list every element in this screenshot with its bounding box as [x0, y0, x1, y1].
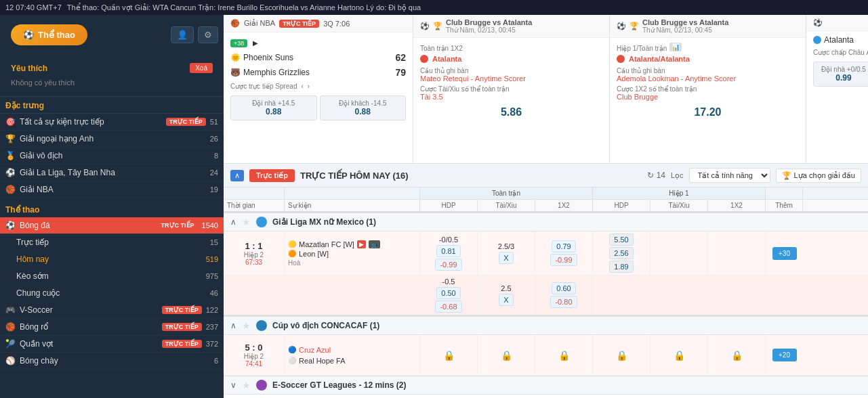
nba-card-body: +38 ▶ 🌞 Phoenix Suns 62 🐻 Memphis G [224, 32, 413, 163]
content-area: 🏀 Giải NBA TRỰC TIẾP 3Q 7:06 +38 ▶ 🌞 Pho… [224, 15, 868, 398]
col-event-header [285, 187, 420, 199]
concacaf-star-btn[interactable]: ★ [242, 320, 251, 331]
h1-hdp-btn-2[interactable]: 2.56 [609, 247, 633, 259]
sports-button[interactable]: ⚽ Thể thao [11, 24, 87, 45]
lock-icon-1: 🔒 [443, 350, 455, 361]
spread-prev-btn[interactable]: ‹ [301, 83, 303, 90]
row2-taixiu-btn[interactable]: X [499, 294, 513, 306]
hdp-btn-2[interactable]: -0.99 [435, 259, 461, 271]
liga-mx-row2-teams [285, 275, 420, 315]
brugge-card-1-body: Toàn trận 1X2 Atalanta Cầu thủ ghi bàn M… [413, 38, 609, 163]
filter-area: Lọc Tất cả tính năng 🏆 Lựa chọn giải đấu [671, 168, 861, 183]
sub-empty [803, 200, 840, 211]
ucl-icon-2: ⚽ [617, 22, 626, 30]
trophy-icon: 🏆 [782, 171, 791, 180]
liga-mx-star-btn[interactable]: ★ [242, 217, 251, 227]
concacaf-hdp-1: 🔒 [420, 335, 478, 375]
league-row-concacaf: ∧ ★ Cúp vô địch CONCACAF (1) [224, 316, 868, 335]
partial-bet-btn[interactable]: Đội nhà +0/0.5 0.99 [813, 62, 868, 87]
sidebar-sub-truc-tiep[interactable]: Trực tiếp 15 [0, 234, 224, 251]
nba-bet-row: Đội nhà +14.5 0.88 Đội khách -14.5 0.88 [230, 95, 406, 120]
esoccer-star-btn[interactable]: ★ [242, 380, 251, 391]
team2-row: 🐻 Memphis Grizzlies 79 [230, 65, 406, 80]
bet-home-btn[interactable]: Đội nhà +14.5 0.88 [230, 95, 317, 120]
row2-1x2-btn-2[interactable]: -0.80 [550, 296, 577, 308]
liga-mx-more-btn[interactable]: +30 [772, 247, 797, 260]
concacaf-match-row: 5 : 0 Hiệp 2 74:41 🔵 Cruz Azul ⚪ Real Ho… [224, 335, 868, 376]
spread-next-btn[interactable]: › [308, 83, 310, 90]
lock-icon-2: 🔒 [501, 350, 512, 361]
sidebar-item-laliga[interactable]: ⚽ Giải La Liga, Tây Ban Nha 24 [0, 164, 224, 181]
row2-hdp-btn-1[interactable]: 0.50 [436, 287, 460, 299]
championship-icon: 🏅 [5, 151, 16, 160]
video-icon: ▶ [357, 240, 366, 248]
row2-1x2-btn-1[interactable]: 0.60 [552, 282, 575, 294]
liga-mx-match-row2: -0.5 0.50 -0.68 2.5 X 0.60 [224, 275, 868, 316]
col-them-header [766, 187, 803, 199]
nba-featured-card: 🏀 Giải NBA TRỰC TIẾP 3Q 7:06 +38 ▶ 🌞 Pho… [224, 15, 413, 163]
sidebar-item-bongro[interactable]: 🏀 Bóng rổ TRỰC TIẾP 237 [0, 319, 224, 336]
the-thao-title: Thể thao [0, 201, 224, 217]
brugge-card-2: ⚽ 🏆 Club Brugge vs Atalanta Thứ Năm, 02/… [610, 15, 806, 163]
filter-select[interactable]: Tất cả tính năng [689, 168, 770, 183]
team1-row: 🌞 Phoenix Suns 62 [230, 50, 406, 65]
taixiu-btn-1[interactable]: X [499, 252, 513, 264]
sidebar-sub-chung-cuoc[interactable]: Chung cuộc 46 [0, 285, 224, 302]
h1-hdp-btn-3[interactable]: 1.89 [609, 261, 633, 273]
sidebar-item-championship[interactable]: 🏅 Giải vô địch 8 [0, 148, 224, 164]
featured-strip: 🏀 Giải NBA TRỰC TIẾP 3Q 7:06 +38 ▶ 🌞 Pho… [224, 15, 868, 164]
concacaf-collapse-btn[interactable]: ∧ [230, 321, 236, 330]
brugge-card-1: ⚽ 🏆 Club Brugge vs Atalanta Thứ Năm, 02/… [413, 15, 610, 163]
timer-badge: +38 [230, 39, 247, 47]
sidebar-item-vsoccer[interactable]: 🎮 V-Soccer TRỰC TIẾP 122 [0, 302, 224, 319]
liga-mx-hiep1-taixiu-cell [650, 231, 708, 275]
sidebar-sub-keo-som[interactable]: Kèo sớm 975 [0, 268, 224, 285]
sub-taixiu1: Tài/Xiu [478, 200, 535, 211]
1x2-btn-2[interactable]: -0.99 [550, 254, 577, 266]
lock-icon-3: 🔒 [558, 350, 570, 361]
sidebar-item-quanvot[interactable]: 🎾 Quần vợt TRỰC TIẾP 372 [0, 336, 224, 353]
row2-hdp-btn-2[interactable]: -0.68 [435, 301, 461, 313]
esoccer-expand-btn[interactable]: ∨ [230, 380, 236, 390]
odds-display-2: 17.20 [617, 101, 799, 124]
sports-icon: ⚽ [23, 30, 34, 40]
sidebar: ⚽ Thể thao 👤 ⚙ Yêu thích Xoá Không có yê… [0, 15, 224, 398]
liga-mx-1x2-cell: 0.79 -0.99 [535, 231, 593, 275]
sidebar-item-nba[interactable]: 🏀 Giải NBA 19 [0, 181, 224, 198]
premier-icon: 🏆 [5, 134, 16, 143]
nav-up-button[interactable]: ∧ [230, 170, 244, 181]
bet-away-btn[interactable]: Đội khách -14.5 0.88 [320, 95, 407, 120]
sidebar-user-icon[interactable]: 👤 [171, 26, 194, 43]
sidebar-item-bongchay[interactable]: ⚾ Bóng chày 6 [0, 353, 224, 370]
live-title: TRỰC TIẾP HÔM NAY (16) [300, 171, 409, 181]
suns-icon: 🌞 [230, 53, 241, 62]
concacaf-more-btn[interactable]: +20 [772, 349, 797, 361]
sidebar-item-bongda[interactable]: ⚽ Bóng đá TRỰC TIẾP 1540 [0, 217, 224, 234]
h1-hdp-btn-1[interactable]: 5.50 [609, 234, 633, 246]
liga-mx-collapse-btn[interactable]: ∧ [230, 217, 236, 227]
hdp-btn-1[interactable]: 0.81 [436, 245, 460, 257]
sidebar-sub-hom-nay[interactable]: Hôm nay 519 [0, 251, 224, 268]
yeu-thich-title: Yêu thích Xoá [5, 59, 218, 76]
sidebar-item-premier[interactable]: 🏆 Giải ngoại hạng Anh 26 [0, 131, 224, 148]
sidebar-settings-icon[interactable]: ⚙ [198, 26, 218, 43]
sport-icon: 🏆 [433, 22, 442, 30]
sidebar-item-all-live[interactable]: 🎯 Tất cả sự kiện trực tiếp TRỰC TIẾP 51 [0, 114, 224, 131]
partial-card: ⚽ Atalanta Cược chấp Châu Á to: Đội nhà … [806, 15, 868, 163]
refresh-button[interactable]: ↻ 14 [647, 171, 665, 180]
yeu-thich-section: Yêu thích Xoá Không có yêu thích [0, 55, 224, 97]
partial-icon: ⚽ [813, 18, 823, 27]
sub-1x2-1: 1X2 [535, 200, 593, 211]
nba-card-header: 🏀 Giải NBA TRỰC TIẾP 3Q 7:06 [224, 15, 413, 32]
sub-hdp1: HDP [420, 200, 478, 211]
choose-tournament-btn[interactable]: 🏆 Lựa chọn giải đấu [776, 169, 861, 183]
liga-mx-empty [803, 231, 840, 275]
xoa-button[interactable]: Xoá [190, 63, 213, 73]
sub-them: Thêm [766, 200, 803, 211]
nba-live-badge: TRỰC TIẾP [279, 20, 319, 28]
concacaf-h1-hdp: 🔒 [593, 335, 650, 375]
live-tab[interactable]: Trực tiếp [249, 169, 295, 182]
liga-mx-hiep1-hdp-cell: 5.50 2.56 1.89 [593, 231, 650, 275]
liga-mx-match-row1: 1 : 1 Hiệp 2 67:33 🟡 Mazatlan FC [W] ▶ 📺… [224, 231, 868, 275]
1x2-btn-1[interactable]: 0.79 [552, 240, 575, 252]
